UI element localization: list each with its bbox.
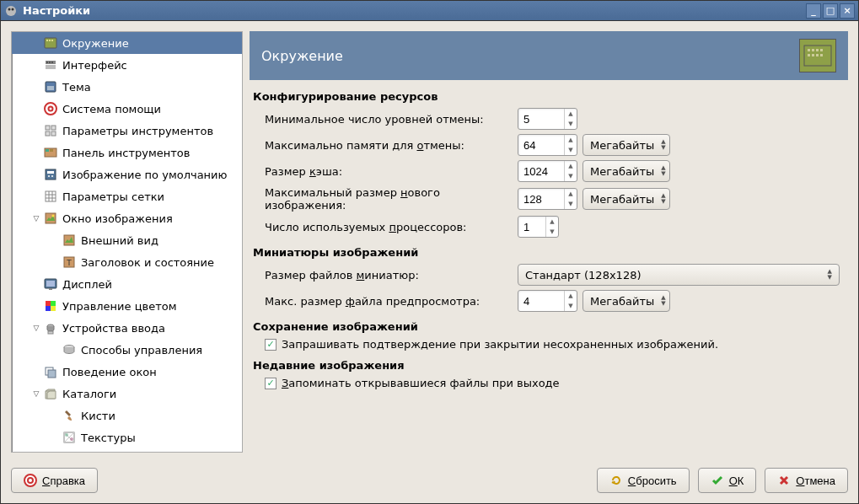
tree-item-icon: T	[61, 254, 78, 271]
thumb-size-combo[interactable]: Стандарт (128x128) ▲▼	[518, 264, 840, 286]
sidebar-item[interactable]: Поведение окон	[12, 361, 242, 383]
thumb-size-label: Размер файлов миниатюр:	[265, 269, 518, 281]
cancel-button[interactable]: Отмена	[765, 468, 848, 493]
svg-rect-44	[48, 370, 56, 378]
cache-unit[interactable]: Мегабайты ▲▼	[583, 160, 670, 182]
svg-rect-34	[46, 281, 55, 287]
tree-item-icon	[42, 298, 59, 314]
reset-icon	[609, 474, 623, 487]
undo-memory-unit[interactable]: Мегабайты ▲▼	[583, 134, 670, 156]
svg-rect-27	[46, 191, 56, 201]
section-resources: Конфигурирование ресурсов	[253, 90, 845, 103]
svg-rect-16	[46, 126, 50, 130]
sidebar-item[interactable]: TЗаголовок и состояние	[12, 251, 242, 273]
spin-arrows[interactable]: ▲▼	[545, 217, 558, 237]
tree-item-label: Окружение	[62, 37, 129, 50]
cpu-input[interactable]	[518, 221, 545, 233]
confirm-close-row[interactable]: ✓ Запрашивать подтверждение при закрытии…	[265, 338, 845, 351]
sidebar-item[interactable]: ▽Устройства ввода	[12, 317, 242, 339]
expander-icon[interactable]: ▽	[30, 214, 42, 223]
tree-item-icon	[42, 210, 59, 227]
cache-spinbox[interactable]: ▲▼	[518, 160, 577, 182]
row-thumb-size: Размер файлов миниатюр: Стандарт (128x12…	[265, 264, 845, 286]
ok-button[interactable]: ОК	[698, 468, 757, 493]
tree-item-label: Способы управления	[81, 344, 202, 357]
thumb-max-spinbox[interactable]: ▲▼	[518, 290, 577, 312]
svg-rect-22	[50, 149, 53, 152]
maximize-button[interactable]: □	[823, 3, 838, 19]
sidebar-item[interactable]: Система помощи	[12, 98, 242, 120]
undo-levels-input[interactable]	[518, 113, 564, 126]
tree-item-label: Окно изображения	[62, 212, 173, 225]
sidebar-item[interactable]: Панель инструментов	[12, 142, 242, 164]
sidebar-item[interactable]: Внешний вид	[12, 229, 242, 251]
sidebar-item[interactable]: ▽Окно изображения	[12, 207, 242, 229]
tree-item-icon	[61, 407, 78, 424]
svg-rect-23	[46, 169, 56, 180]
sidebar-item[interactable]: Способы управления	[12, 339, 242, 361]
newimg-spinbox[interactable]: ▲▼	[518, 188, 577, 210]
remember-files-label: Запоминать открывавшиеся файлы при выход…	[282, 377, 560, 389]
help-button[interactable]: Справка	[11, 468, 98, 493]
tree-item-icon	[42, 319, 59, 336]
content-area: ОкружениеИнтерфейсТемаСистема помощиПара…	[1, 21, 858, 463]
svg-rect-36	[46, 301, 51, 306]
cpu-label: Число используемых процессоров:	[265, 221, 518, 233]
spin-arrows[interactable]: ▲▼	[564, 109, 577, 129]
sidebar-item[interactable]: ▽Каталоги	[12, 383, 242, 405]
sidebar-item[interactable]: Кисти	[12, 405, 242, 426]
svg-rect-56	[820, 54, 823, 56]
cancel-icon	[777, 474, 791, 487]
checkbox-icon[interactable]: ✓	[265, 339, 276, 351]
panel-header: Окружение	[250, 31, 848, 80]
spin-arrows[interactable]: ▲▼	[564, 161, 577, 181]
sidebar-item[interactable]: Параметры инструментов	[12, 120, 242, 142]
checkbox-icon[interactable]: ✓	[265, 378, 276, 389]
row-cpu: Число используемых процессоров: ▲▼	[265, 216, 845, 238]
sidebar-item[interactable]: Тема	[12, 76, 242, 98]
spin-arrows[interactable]: ▲▼	[564, 135, 577, 155]
svg-rect-8	[46, 65, 56, 69]
row-undo-memory: Максимально памяти для отмены: ▲▼ Мегаба…	[265, 134, 845, 156]
sidebar-item[interactable]: Интерфейс	[12, 54, 242, 76]
expander-icon[interactable]: ▽	[30, 324, 42, 332]
sidebar-item[interactable]: Окружение	[12, 32, 242, 54]
tree-item-icon	[61, 232, 78, 249]
reset-button[interactable]: Сбросить	[597, 468, 690, 493]
thumb-max-unit[interactable]: Мегабайты ▲▼	[583, 290, 670, 312]
svg-rect-19	[51, 131, 56, 136]
undo-levels-spinbox[interactable]: ▲▼	[518, 108, 577, 130]
sidebar-item[interactable]: Параметры сетки	[12, 185, 242, 207]
spin-arrows[interactable]: ▲▼	[564, 291, 577, 311]
sidebar-item[interactable]: Управление цветом	[12, 295, 242, 317]
undo-memory-input[interactable]	[518, 139, 564, 152]
cpu-spinbox[interactable]: ▲▼	[518, 216, 559, 238]
svg-rect-13	[47, 86, 54, 90]
spin-arrows[interactable]: ▲▼	[564, 189, 577, 209]
sidebar-tree[interactable]: ОкружениеИнтерфейсТемаСистема помощиПара…	[12, 32, 242, 452]
thumb-max-input[interactable]	[518, 295, 564, 308]
cache-label: Размер кэша:	[265, 165, 518, 178]
sidebar-item[interactable]: Дисплей	[12, 273, 242, 295]
undo-memory-spinbox[interactable]: ▲▼	[518, 134, 577, 156]
close-button[interactable]: ×	[840, 3, 855, 19]
newimg-unit[interactable]: Мегабайты ▲▼	[583, 188, 670, 210]
svg-point-47	[70, 437, 73, 441]
remember-files-row[interactable]: ✓ Запоминать открывавшиеся файлы при вых…	[265, 377, 845, 389]
svg-point-29	[52, 215, 55, 217]
row-thumb-max: Макс. размер файла предпросмотра: ▲▼ Мег…	[265, 290, 845, 312]
svg-point-25	[48, 175, 50, 177]
minimize-button[interactable]: _	[806, 3, 821, 19]
titlebar[interactable]: Настройки _ □ ×	[1, 1, 858, 21]
expander-icon[interactable]: ▽	[30, 389, 42, 398]
tree-item-icon	[42, 100, 59, 117]
panel-title: Окружение	[261, 48, 343, 64]
sidebar-item[interactable]: Текстуры	[12, 426, 242, 448]
newimg-label: Максимальный размер нового изображения:	[265, 186, 518, 212]
sidebar-item[interactable]: Изображение по умолчанию	[12, 164, 242, 185]
svg-rect-51	[816, 49, 819, 51]
cache-input[interactable]	[518, 165, 564, 178]
svg-rect-3	[45, 38, 56, 48]
tree-item-label: Внешний вид	[81, 234, 158, 247]
newimg-input[interactable]	[518, 193, 564, 206]
